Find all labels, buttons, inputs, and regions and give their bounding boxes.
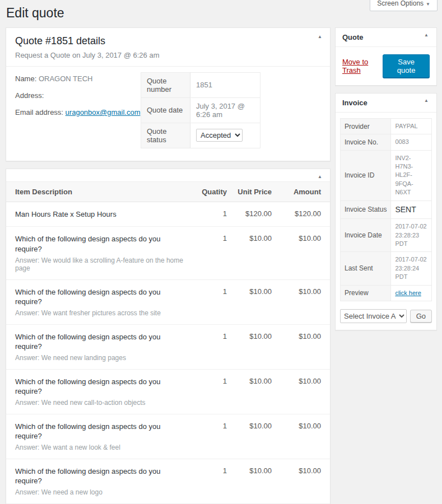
invoice-meta-value: 2017-07-02 23:28:24 PDT	[391, 252, 432, 285]
quote-number-row: Quote number 1851	[141, 72, 260, 97]
collapse-arrow-icon: ▲	[318, 34, 322, 39]
invoice-meta-value: INV2-H7N3-HL2F-9FQA-N6XT	[391, 150, 432, 200]
collapse-arrow-icon: ▲	[424, 32, 429, 38]
quote-status-row: Quote status Accepted	[141, 123, 260, 148]
item-description: Which of the following design aspects do…	[15, 287, 188, 317]
item-row: Man Hours Rate x Setup Hours 1 $120.00 $…	[6, 202, 330, 227]
item-row: Which of the following design aspects do…	[6, 370, 330, 414]
save-quote-button[interactable]: Save quote	[383, 54, 430, 78]
item-answer: Answer: We need a new logo	[15, 488, 188, 496]
invoice-meta-label: Invoice ID	[341, 150, 391, 200]
quote-status-select[interactable]: Accepted	[196, 129, 243, 142]
quote-number-value: 1851	[190, 72, 260, 97]
invoice-meta-row: Last Sent 2017-07-02 23:28:24 PDT	[341, 252, 432, 285]
customer-email-row: Email address: uragonbox@gmail.com	[15, 108, 141, 116]
screen-options-button[interactable]: Screen Options▼	[370, 0, 438, 11]
invoice-meta-value: PAYPAL	[391, 118, 432, 134]
collapse-toggle-button[interactable]: ▲	[420, 29, 433, 42]
item-amount: $120.00	[272, 209, 321, 218]
customer-name-row: Name: ORAGON TECH	[15, 74, 141, 83]
item-unit-price: $120.00	[227, 209, 272, 218]
item-amount: $10.00	[272, 234, 321, 242]
item-question: Which of the following design aspects do…	[15, 377, 188, 396]
item-description: Which of the following design aspects do…	[15, 234, 188, 272]
item-row: Which of the following design aspects do…	[6, 280, 330, 325]
column-header-description: Item Description	[15, 188, 188, 196]
column-header-amount: Amount	[272, 188, 321, 196]
invoice-meta-row: Invoice Status SENT	[341, 200, 432, 219]
item-row: Which of the following design aspects do…	[6, 459, 330, 504]
item-description: Man Hours Rate x Setup Hours	[15, 209, 188, 220]
invoice-preview-link[interactable]: click here	[395, 290, 421, 296]
item-description: Which of the following design aspects do…	[15, 377, 188, 407]
item-row: Which of the following design aspects do…	[6, 325, 330, 370]
quote-details-title: Quote #1851 details	[15, 35, 321, 47]
go-button[interactable]: Go	[410, 310, 432, 323]
item-unit-price: $10.00	[227, 422, 272, 430]
customer-email-link[interactable]: uragonbox@gmail.com	[66, 108, 141, 116]
invoice-actions-row: Select Invoice Actions Go	[336, 304, 436, 330]
collapse-toggle-button[interactable]: ▲	[313, 170, 327, 184]
invoice-meta-row: Invoice Date 2017-07-02 23:28:23 PDT	[341, 219, 432, 252]
item-question: Man Hours Rate x Setup Hours	[15, 209, 188, 220]
items-table-body: Man Hours Rate x Setup Hours 1 $120.00 $…	[6, 202, 330, 504]
item-description: Which of the following design aspects do…	[15, 332, 188, 362]
edit-quote-page: Screen Options▼ Edit quote ▲ Quote #1851…	[0, 0, 442, 504]
collapse-arrow-icon: ▲	[424, 98, 429, 103]
item-question: Which of the following design aspects do…	[15, 234, 188, 254]
quote-details-body: Name: ORAGON TECH Address: Email address…	[6, 67, 330, 161]
quote-actions-panel: ▲ Quote Move to Trash Save quote	[335, 27, 437, 86]
invoice-panel: ▲ Invoice Provider PAYPAL Invoice No.	[335, 93, 437, 330]
item-amount: $10.00	[272, 466, 321, 475]
item-quantity: 1	[188, 377, 227, 385]
collapse-toggle-button[interactable]: ▲	[313, 30, 327, 44]
quote-date-value: July 3, 2017 @ 6:26 am	[190, 97, 260, 123]
item-amount: $10.00	[272, 332, 321, 340]
invoice-meta-row: Invoice ID INV2-H7N3-HL2F-9FQA-N6XT	[341, 150, 432, 200]
item-unit-price: $10.00	[227, 466, 272, 475]
invoice-preview-label: Preview	[341, 285, 391, 301]
item-quantity: 1	[188, 209, 227, 218]
item-question: Which of the following design aspects do…	[15, 422, 188, 441]
quote-details-header: Quote #1851 details Request a Quote on J…	[6, 28, 330, 67]
column-header-unit-price: Unit Price	[227, 188, 272, 196]
item-amount: $10.00	[272, 422, 321, 430]
invoice-meta-label: Invoice Status	[341, 200, 391, 219]
item-description: Which of the following design aspects do…	[15, 466, 188, 496]
quote-date-row: Quote date July 3, 2017 @ 6:26 am	[141, 97, 260, 123]
item-answer: Answer: We need new call-to-action objec…	[15, 399, 188, 407]
invoice-meta-label: Invoice Date	[341, 219, 391, 252]
customer-info: Name: ORAGON TECH Address: Email address…	[15, 72, 141, 148]
quote-details-panel: ▲ Quote #1851 details Request a Quote on…	[6, 27, 331, 161]
items-collapse-bar: ▲	[6, 169, 330, 182]
item-answer: Answer: We want fresher pictures across …	[15, 309, 188, 317]
item-unit-price: $10.00	[227, 377, 272, 385]
invoice-meta-value: 2017-07-02 23:28:23 PDT	[391, 219, 432, 252]
item-amount: $10.00	[272, 377, 321, 385]
item-quantity: 1	[188, 466, 227, 475]
item-quantity: 1	[188, 332, 227, 340]
item-question: Which of the following design aspects do…	[15, 287, 188, 307]
collapse-toggle-button[interactable]: ▲	[420, 94, 433, 108]
item-quantity: 1	[188, 234, 227, 242]
item-question: Which of the following design aspects do…	[15, 466, 188, 486]
content-columns: ▲ Quote #1851 details Request a Quote on…	[6, 27, 437, 504]
item-unit-price: $10.00	[227, 287, 272, 296]
invoice-meta-row: Invoice No. 0083	[341, 134, 432, 150]
address-label: Address:	[15, 91, 44, 100]
quote-items-panel: ▲ Item Description Quatity Unit Price Am…	[6, 169, 331, 504]
column-header-quantity: Quatity	[188, 188, 227, 196]
item-answer: Answer: We need new landing pages	[15, 354, 188, 362]
collapse-arrow-icon: ▲	[318, 174, 322, 179]
item-answer: Answer: We want a new look & feel	[15, 444, 188, 451]
quote-actions-row: Move to Trash Save quote	[336, 47, 436, 85]
quote-status-label: Quote status	[141, 123, 190, 148]
name-value: ORAGON TECH	[39, 74, 93, 83]
invoice-meta-label: Last Sent	[341, 252, 391, 285]
main-column: ▲ Quote #1851 details Request a Quote on…	[6, 27, 331, 504]
invoice-actions-select[interactable]: Select Invoice Actions	[340, 309, 407, 323]
move-to-trash-link[interactable]: Move to Trash	[342, 58, 383, 74]
screen-options-label: Screen Options	[377, 0, 424, 7]
item-answer: Answer: We would like a scrolling A-feat…	[15, 256, 188, 272]
item-quantity: 1	[188, 422, 227, 430]
